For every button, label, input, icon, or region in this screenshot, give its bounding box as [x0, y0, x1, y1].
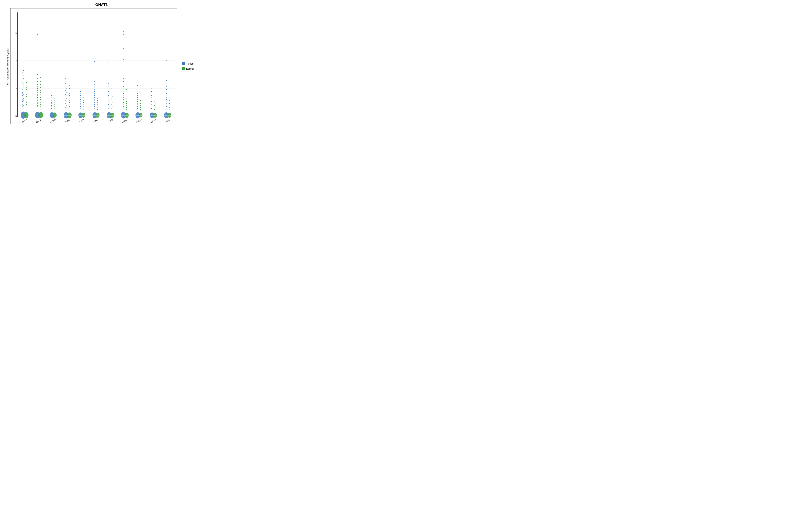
svg-rect-81 [40, 81, 41, 81]
svg-rect-266 [151, 95, 152, 96]
svg-rect-135 [69, 85, 69, 86]
svg-rect-223 [123, 81, 124, 82]
svg-rect-48 [26, 82, 27, 83]
svg-rect-292 [166, 80, 167, 80]
svg-rect-52 [37, 105, 38, 106]
svg-rect-285 [166, 97, 166, 98]
svg-rect-92 [51, 95, 52, 96]
svg-rect-145 [80, 95, 81, 96]
svg-rect-185 [108, 104, 109, 105]
svg-rect-207 [112, 88, 112, 89]
svg-rect-30 [23, 84, 24, 86]
y-axis-label: mRNA Expression (RNASeq V2, log2) [4, 8, 10, 124]
svg-rect-78 [40, 90, 41, 91]
svg-rect-98 [54, 107, 55, 107]
svg-rect-265 [152, 97, 152, 98]
svg-rect-114 [65, 90, 66, 91]
svg-rect-146 [80, 93, 81, 94]
svg-rect-260 [152, 106, 152, 107]
svg-rect-161 [94, 102, 95, 103]
svg-rect-191 [109, 93, 109, 94]
svg-rect-184 [109, 106, 109, 107]
svg-rect-245 [137, 99, 138, 100]
svg-rect-211 [123, 106, 124, 107]
svg-rect-120 [66, 17, 66, 18]
svg-rect-40 [26, 102, 27, 103]
svg-text:COAD: COAD [50, 118, 56, 124]
svg-rect-107 [65, 103, 66, 104]
svg-rect-110 [66, 98, 66, 99]
svg-rect-60 [37, 92, 38, 93]
svg-rect-175 [97, 109, 98, 110]
svg-rect-214 [123, 101, 123, 101]
svg-rect-139 [80, 106, 81, 107]
plot-svg: 0 2 4 6 [10, 8, 176, 124]
svg-rect-212 [123, 104, 123, 105]
svg-rect-168 [94, 89, 95, 90]
svg-rect-280 [166, 106, 167, 107]
svg-rect-210 [123, 108, 123, 109]
svg-rect-46 [26, 87, 27, 88]
svg-rect-151 [83, 107, 84, 107]
svg-rect-119 [65, 78, 66, 78]
chart-body: mRNA Expression (RNASeq V2, log2) 0 2 4 [4, 8, 199, 124]
svg-rect-143 [80, 99, 81, 100]
svg-rect-74 [40, 99, 41, 100]
svg-rect-38 [26, 106, 27, 107]
svg-rect-221 [123, 86, 123, 87]
violin-prad-normal [139, 100, 143, 117]
svg-rect-80 [40, 84, 41, 85]
svg-rect-159 [94, 106, 95, 107]
svg-rect-240 [137, 108, 138, 109]
svg-rect-116 [66, 86, 66, 87]
svg-rect-86 [51, 107, 52, 107]
svg-rect-287 [166, 93, 167, 94]
svg-rect-172 [94, 61, 95, 62]
svg-rect-247 [137, 95, 138, 96]
svg-rect-298 [169, 105, 169, 106]
svg-rect-22 [23, 97, 23, 97]
svg-rect-165 [94, 95, 95, 96]
svg-rect-76 [40, 95, 41, 95]
svg-text:BRCA: BRCA [36, 118, 42, 124]
svg-rect-203 [112, 103, 112, 103]
svg-rect-252 [140, 109, 141, 110]
legend: Tumor Normal [177, 8, 199, 124]
svg-rect-21 [23, 98, 24, 99]
svg-rect-290 [166, 86, 166, 87]
svg-rect-219 [123, 91, 123, 92]
svg-rect-82 [40, 77, 41, 78]
svg-text:UCEC: UCEC [164, 118, 171, 124]
svg-rect-25 [22, 93, 23, 94]
svg-rect-133 [69, 91, 69, 92]
svg-rect-32 [23, 78, 23, 79]
svg-rect-87 [51, 105, 52, 106]
svg-rect-44 [26, 91, 27, 92]
svg-rect-35 [23, 70, 24, 71]
legend-tumor-box [182, 62, 185, 65]
svg-rect-233 [126, 105, 126, 106]
svg-rect-282 [166, 103, 167, 104]
svg-rect-93 [51, 93, 52, 94]
svg-rect-111 [66, 96, 66, 97]
svg-rect-262 [152, 103, 152, 104]
svg-rect-222 [123, 84, 123, 85]
svg-rect-275 [155, 103, 155, 104]
svg-rect-101 [54, 101, 55, 101]
plot-area: 0 2 4 6 [10, 8, 177, 124]
svg-rect-160 [94, 104, 95, 105]
svg-rect-134 [69, 88, 70, 89]
svg-rect-144 [80, 97, 81, 98]
svg-rect-167 [94, 91, 95, 92]
svg-rect-33 [23, 75, 23, 76]
svg-rect-56 [37, 99, 38, 99]
svg-rect-206 [112, 96, 112, 97]
svg-rect-261 [151, 104, 152, 105]
svg-rect-194 [109, 86, 109, 87]
svg-rect-43 [26, 94, 27, 95]
svg-rect-242 [137, 104, 138, 105]
svg-rect-235 [126, 101, 127, 102]
svg-rect-20 [22, 99, 23, 100]
svg-rect-125 [69, 108, 69, 109]
svg-rect-118 [66, 80, 66, 81]
